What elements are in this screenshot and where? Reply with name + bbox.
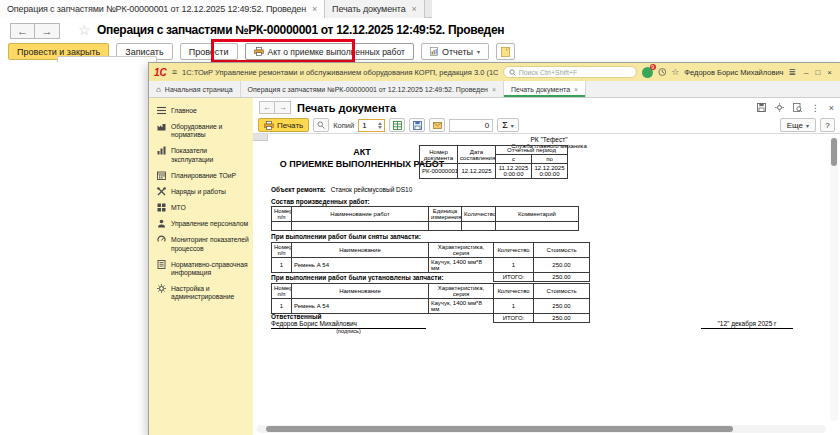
notifications-icon[interactable]: 9 — [642, 67, 653, 78]
close-icon[interactable]: × — [412, 4, 417, 14]
doc-header-table: Номер документа Дата составления Отчетны… — [419, 145, 568, 179]
doc-signature-caption: (подпись) — [271, 328, 426, 334]
window-controls: – □ × — [804, 68, 832, 77]
sidebar-item-planning[interactable]: Планирование ТОиР — [149, 168, 253, 184]
send-email-button[interactable] — [429, 118, 445, 132]
print-toolbar: Печать Копий 1 — [253, 117, 840, 134]
vertical-scroll-thumb[interactable] — [831, 138, 837, 166]
sidebar-item-mto[interactable]: МТО — [149, 200, 253, 216]
tab-home-label: Начальная страница — [165, 86, 233, 93]
reports-button[interactable]: Отчеты ▾ — [421, 43, 489, 60]
minimize-button[interactable]: – — [804, 68, 808, 77]
stepper-arrows-icon[interactable] — [378, 122, 384, 129]
act-print-button[interactable]: Акт о приемке выполненных работ — [245, 43, 414, 60]
overlay-nav: ← → — [10, 23, 60, 39]
doc-date-footer: "12" декабря 2025 г — [701, 320, 793, 329]
copies-label: Копий — [333, 121, 354, 130]
doc-works-table: Номер п/п Наименование работ Единица изм… — [271, 206, 579, 231]
scale-field[interactable]: 0 — [449, 119, 493, 132]
window-tab-strip: ⌂ Начальная страница Операция с запчастя… — [149, 81, 840, 98]
overlay-tab-operation[interactable]: Операция с запчастями №РК-00000001 от 12… — [0, 0, 325, 18]
close-icon[interactable]: × — [574, 86, 578, 93]
tab-home[interactable]: ⌂ Начальная страница — [149, 81, 241, 97]
favorite-star-icon[interactable]: ☆ — [78, 22, 91, 38]
table-icon — [393, 121, 402, 130]
print-button[interactable]: Печать — [258, 118, 309, 132]
grid-icon — [157, 203, 166, 212]
service-menu-icon[interactable]: ≣ — [788, 67, 796, 77]
person-icon — [157, 219, 166, 228]
attachment-button[interactable] — [496, 43, 515, 60]
menu-icon — [157, 106, 166, 115]
help-button[interactable]: ? — [820, 118, 835, 132]
history-icon[interactable] — [658, 67, 667, 77]
sidebar: Главное Оборудование и нормативы Показат… — [149, 98, 253, 435]
app-title: 1С:ТОиР Управление ремонтами и обслужива… — [182, 68, 498, 77]
forward-button[interactable]: → — [35, 23, 60, 39]
horizontal-scrollbar[interactable] — [257, 425, 826, 433]
report-icon — [430, 47, 438, 56]
vertical-scrollbar[interactable] — [830, 137, 838, 421]
preview-button[interactable] — [313, 118, 329, 132]
back-button[interactable]: ← — [10, 23, 35, 39]
save-icon[interactable] — [757, 103, 766, 112]
close-panel-icon[interactable]: × — [829, 103, 834, 113]
envelope-icon — [433, 122, 442, 129]
global-search-input[interactable]: Поиск Ctrl+Shift+F — [503, 66, 637, 78]
close-icon[interactable]: × — [492, 86, 496, 93]
current-user[interactable]: Федоров Борис Михайлович — [684, 68, 783, 77]
more-actions-button[interactable]: Еще ▾ — [780, 118, 816, 132]
panel-header: ← → Печать документа ⋮ × — [253, 98, 840, 117]
tab-operation-label: Операция с запчастями №РК-00000001 от 12… — [248, 86, 488, 93]
post-button[interactable]: Провести — [180, 43, 238, 60]
copies-stepper[interactable]: 1 — [358, 119, 385, 132]
sum-button[interactable]: Σ ▾ — [497, 118, 519, 132]
tab-operation[interactable]: Операция с запчастями №РК-00000001 от 12… — [241, 81, 504, 97]
chevron-down-icon: ▾ — [511, 122, 514, 129]
sidebar-item-personnel[interactable]: Управление персоналом — [149, 216, 253, 232]
more-dots-icon[interactable]: ⋮ — [811, 103, 820, 113]
panel-forward-button[interactable]: → — [275, 101, 291, 114]
notification-badge: 9 — [650, 64, 656, 70]
overlay-tab-print[interactable]: Печать документа × — [325, 0, 425, 18]
sidebar-item-work-orders[interactable]: Наряды и работы — [149, 184, 253, 200]
chevron-down-icon: ▾ — [477, 48, 480, 55]
sheet-corner — [253, 134, 268, 141]
save-copy-button[interactable] — [409, 118, 425, 132]
overlay-tab-print-label: Печать документа — [332, 4, 405, 14]
sigma-icon: Σ — [502, 120, 508, 130]
sidebar-item-equipment[interactable]: Оборудование и нормативы — [149, 119, 253, 143]
diskette-icon — [413, 121, 422, 130]
maximize-button[interactable]: □ — [815, 68, 820, 77]
page-setup-button[interactable] — [389, 118, 405, 132]
main-menu-icon[interactable]: ≡ — [172, 67, 177, 77]
close-icon[interactable]: × — [312, 4, 317, 14]
search-icon — [509, 69, 516, 76]
doc-removed-section-label: При выполнении работ были сняты запчасти… — [271, 233, 421, 240]
doc-responsible-label: Ответственный — [271, 313, 322, 320]
settings-gear-icon[interactable] — [775, 103, 784, 112]
magnifier-icon — [317, 121, 325, 129]
calendar-icon — [157, 171, 166, 180]
window-titlebar: 1С ≡ 1С:ТОиР Управление ремонтами и обсл… — [149, 63, 840, 81]
sidebar-item-settings-admin[interactable]: Настройка и администрирование — [149, 281, 253, 305]
overlay-tab-strip: Операция с запчастями №РК-00000001 от 12… — [0, 0, 432, 18]
print-panel: ← → Печать документа ⋮ × Пе — [253, 98, 840, 435]
gear-icon — [157, 284, 166, 293]
panel-back-button[interactable]: ← — [259, 101, 275, 114]
tab-print-document[interactable]: Печать документа × — [504, 81, 586, 97]
1c-logo: 1С — [154, 67, 167, 78]
horizontal-scroll-thumb[interactable] — [266, 426, 733, 432]
factory-icon — [157, 122, 166, 131]
favorites-star-icon[interactable]: ☆ — [671, 67, 679, 77]
screen: Операция с запчастями №РК-00000001 от 12… — [0, 0, 840, 435]
panel-title: Печать документа — [297, 102, 396, 114]
sidebar-item-main[interactable]: Главное — [149, 103, 253, 119]
sidebar-item-reference-info[interactable]: Нормативно-справочная информация — [149, 257, 253, 281]
doc-repair-object: Объект ремонта:Станок рейсмусовый DS10 — [271, 186, 412, 193]
app-window: 1С ≡ 1С:ТОиР Управление ремонтами и обсл… — [148, 62, 840, 435]
sidebar-item-operation-indicators[interactable]: Показатели эксплуатации — [149, 143, 253, 167]
sidebar-item-process-monitoring[interactable]: Мониторинг показателей процессов — [149, 232, 253, 256]
find-in-document-icon[interactable] — [793, 103, 802, 112]
close-window-button[interactable]: × — [827, 68, 832, 77]
